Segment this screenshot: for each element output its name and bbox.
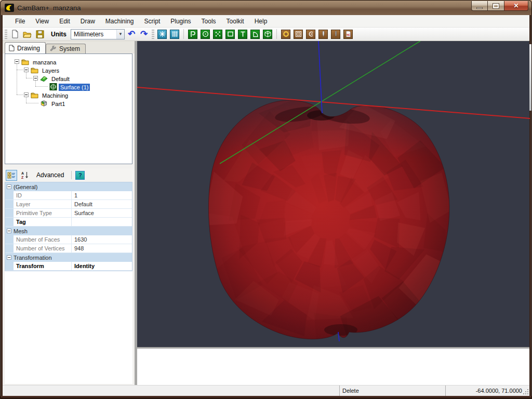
draw-points-button[interactable] — [212, 29, 223, 40]
save-file-button[interactable] — [34, 29, 46, 40]
menu-script[interactable]: Script — [139, 16, 166, 26]
undo-icon: ↶ — [128, 30, 135, 38]
alphabetical-sort-button[interactable]: AZ — [19, 170, 31, 181]
collapse-icon[interactable] — [7, 184, 11, 189]
menu-machining[interactable]: Machining — [100, 16, 139, 26]
category-label: Transformation — [14, 255, 52, 261]
menu-view[interactable]: View — [30, 16, 54, 26]
panel-horizontal-splitter[interactable] — [3, 164, 135, 168]
property-value[interactable]: Surface — [72, 209, 132, 217]
property-value[interactable] — [72, 218, 132, 226]
property-value[interactable]: 948 — [72, 244, 132, 252]
redo-icon: ↷ — [140, 30, 148, 38]
open-file-button[interactable] — [22, 29, 33, 40]
tree-expander[interactable] — [24, 68, 29, 72]
new-file-icon — [11, 30, 19, 38]
draw-text-button[interactable] — [237, 29, 248, 40]
property-category[interactable]: (General) — [5, 182, 132, 191]
tree-item-default-layer[interactable]: Default — [50, 75, 71, 83]
undo-button[interactable]: ↶ — [126, 29, 137, 40]
draw-arc-button[interactable] — [249, 29, 261, 40]
categorized-view-button[interactable] — [6, 170, 17, 181]
property-value[interactable]: 1 — [72, 191, 132, 200]
cursor-coordinates: -64.0000, 71.0000 — [476, 388, 522, 394]
category-label: (General) — [14, 184, 37, 190]
property-value[interactable]: Identity — [72, 262, 132, 270]
draw-rectangle-button[interactable] — [224, 29, 236, 40]
maximize-button[interactable] — [488, 1, 504, 11]
units-combobox[interactable]: Millimeters ▼ — [71, 29, 125, 39]
collapse-icon[interactable] — [7, 229, 11, 233]
close-button[interactable]: ✕ — [504, 1, 528, 11]
viewport-3d[interactable] — [137, 41, 529, 349]
open-file-icon — [23, 30, 32, 38]
app-window: CamBam+ manzana ✕ File View Edit Draw Ma… — [0, 0, 532, 399]
menu-file[interactable]: File — [10, 16, 30, 26]
drill-bit-icon — [332, 31, 339, 37]
titlebar[interactable]: CamBam+ manzana ✕ — [1, 1, 531, 15]
tab-system[interactable]: System — [46, 44, 86, 54]
redo-button[interactable]: ↷ — [138, 29, 150, 40]
new-file-button[interactable] — [9, 29, 21, 40]
machine-engrave-button[interactable] — [305, 29, 316, 40]
main-toolbar: Units Millimeters ▼ ↶ ↷ — [3, 28, 529, 41]
menubar: File View Edit Draw Machining Script Plu… — [3, 15, 529, 28]
tree-item-surface[interactable]: Surface (1) — [59, 83, 90, 91]
menu-draw[interactable]: Draw — [75, 16, 100, 26]
toggle-grid-button[interactable] — [169, 29, 180, 40]
window-controls: ✕ — [471, 1, 528, 11]
svg-text:Z: Z — [21, 176, 24, 179]
tree-item-part1[interactable]: Part1 — [50, 100, 66, 108]
tree-connector — [17, 95, 23, 95]
help-button[interactable]: ? — [75, 171, 85, 180]
pocket-icon — [295, 31, 302, 37]
axes-icon — [159, 31, 166, 37]
property-value[interactable]: 1630 — [72, 235, 132, 244]
tree-expander[interactable] — [15, 59, 19, 64]
tree-item-manzana[interactable]: manzana — [31, 58, 58, 66]
units-label: Units — [51, 31, 66, 38]
minimize-button[interactable] — [471, 1, 488, 11]
resize-grip[interactable] — [523, 389, 529, 395]
tab-drawing-label: Drawing — [17, 45, 40, 52]
property-category[interactable]: Transformation — [5, 253, 132, 262]
menu-plugins[interactable]: Plugins — [165, 16, 196, 26]
property-category[interactable]: Mesh — [5, 227, 132, 235]
toggle-axes-button[interactable] — [156, 29, 168, 40]
tree-item-machining[interactable]: Machining — [41, 91, 70, 100]
close-icon: ✕ — [513, 2, 518, 9]
menu-help[interactable]: Help — [249, 16, 273, 26]
draw-surface-button[interactable] — [262, 29, 273, 40]
menu-edit[interactable]: Edit — [54, 16, 75, 26]
property-row-primitive-type: Primitive TypeSurface — [5, 209, 132, 218]
property-value[interactable]: Default — [72, 200, 132, 208]
post-gcode-button[interactable]: NC — [342, 29, 354, 40]
property-name: Layer — [14, 200, 72, 208]
sort-az-icon: AZ — [21, 171, 29, 179]
advanced-button[interactable]: Advanced — [33, 170, 68, 181]
tree-item-label: Part1 — [50, 100, 66, 108]
menu-toolkit[interactable]: Toolkit — [221, 16, 249, 26]
property-name: Number of Vertices — [14, 244, 72, 252]
draw-circle-button[interactable] — [200, 29, 211, 40]
nc-file-icon: NC — [345, 31, 352, 37]
page-icon — [9, 45, 15, 51]
draw-polyline-button[interactable] — [187, 29, 198, 40]
machine-pocket-button[interactable] — [292, 29, 304, 40]
menu-tools[interactable]: Tools — [196, 16, 221, 26]
folder-icon — [31, 66, 38, 74]
property-row-vertices: Number of Vertices948 — [5, 244, 132, 253]
property-name: Transform — [14, 262, 72, 270]
tree-item-layers[interactable]: Layers — [41, 66, 61, 75]
machine-drill-button[interactable] — [280, 29, 291, 40]
machine-lathe-button[interactable] — [330, 29, 341, 40]
toolbar-separator — [183, 29, 184, 39]
left-panel: Drawing System — [3, 41, 135, 385]
property-name: Number of Faces — [14, 235, 72, 244]
collapse-icon[interactable] — [7, 255, 11, 260]
tab-drawing[interactable]: Drawing — [5, 42, 46, 54]
tree-expander[interactable] — [24, 92, 29, 97]
machine-profile-button[interactable] — [317, 29, 329, 40]
tree-expander[interactable] — [33, 76, 38, 81]
part-icon — [40, 100, 48, 107]
